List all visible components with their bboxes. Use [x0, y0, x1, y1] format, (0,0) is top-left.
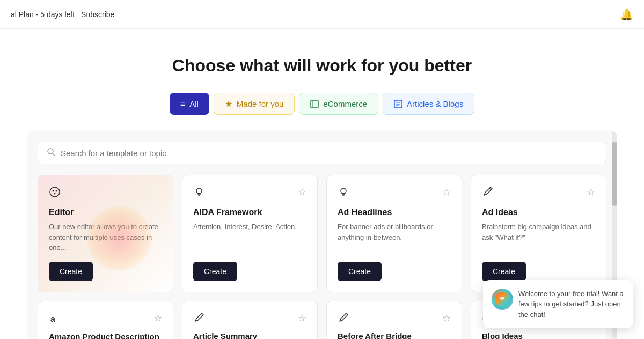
- articles-icon: [394, 99, 402, 109]
- pencil-icon: [482, 186, 494, 201]
- chat-logo: [492, 289, 513, 310]
- tab-articles-label: Articles & Blogs: [407, 99, 463, 108]
- page-title: Choose what will work for you better: [172, 56, 472, 76]
- palette-icon: [49, 186, 61, 201]
- search-bar: [38, 142, 606, 164]
- pencil3-icon: [338, 312, 349, 326]
- list-icon: ≡: [180, 99, 185, 109]
- trial-info: al Plan - 5 days left Subscribe: [11, 10, 114, 19]
- search-input[interactable]: [61, 149, 597, 158]
- svg-point-11: [54, 193, 56, 195]
- card-editor-desc: Our new editor allows you to create cont…: [49, 222, 162, 253]
- card-editor-header: [49, 186, 162, 201]
- card-editor-create-button[interactable]: Create: [49, 262, 93, 281]
- svg-rect-0: [311, 100, 318, 108]
- card-ad-ideas-title: Ad Ideas: [482, 208, 595, 217]
- tab-made-for-you[interactable]: ★ Made for you: [214, 93, 295, 115]
- svg-point-9: [53, 190, 54, 192]
- cards-grid-row1: Editor Our new editor allows you to crea…: [38, 175, 606, 292]
- search-icon: [47, 148, 55, 158]
- card-aida-title: AIDA Framework: [193, 208, 306, 217]
- card-aida-header: ☆: [193, 186, 306, 201]
- tab-articles[interactable]: Articles & Blogs: [383, 93, 474, 115]
- card-article-summary-title: Article Summary: [193, 331, 306, 340]
- svg-text:a: a: [50, 314, 55, 323]
- card-blog-ideas-title: Blog Ideas: [482, 331, 595, 340]
- tab-all[interactable]: ≡ All: [170, 93, 209, 115]
- svg-line-19: [489, 188, 491, 190]
- bell-icon[interactable]: 🔔: [620, 8, 633, 21]
- favorite-star-amazon[interactable]: ☆: [153, 312, 162, 327]
- card-aida-desc: Attention, Interest, Desire, Action.: [193, 222, 306, 253]
- pencil2-icon: [193, 312, 205, 326]
- card-ad-ideas-create-button[interactable]: Create: [482, 262, 526, 281]
- tab-made-for-you-label: Made for you: [237, 99, 284, 108]
- trial-text: al Plan - 5 days left: [11, 10, 75, 19]
- svg-point-12: [196, 188, 202, 194]
- card-ad-headlines: ☆ Ad Headlines For banner ads or billboa…: [326, 175, 462, 292]
- card-aida-create-button[interactable]: Create: [193, 262, 237, 281]
- card-before-after-header: ☆: [338, 312, 451, 326]
- favorite-star-article-summary[interactable]: ☆: [298, 312, 306, 326]
- tab-ecommerce[interactable]: eCommerce: [299, 93, 378, 115]
- chat-message: Welcome to your free trial! Want a few t…: [518, 289, 625, 320]
- card-ad-ideas: ☆ Ad Ideas Brainstorm big campaign ideas…: [471, 175, 606, 292]
- chat-widget[interactable]: Welcome to your free trial! Want a few t…: [483, 280, 633, 329]
- card-ad-headlines-create-button[interactable]: Create: [338, 262, 382, 281]
- svg-point-8: [50, 187, 60, 197]
- card-ad-headlines-title: Ad Headlines: [338, 208, 451, 217]
- subscribe-link[interactable]: Subscribe: [81, 10, 114, 19]
- card-before-after-title: Before After Bridge: [338, 331, 451, 340]
- filter-tabs: ≡ All ★ Made for you eCommerce: [170, 93, 474, 115]
- card-ad-headlines-header: ☆: [338, 186, 451, 201]
- favorite-star-before-after[interactable]: ☆: [442, 312, 451, 326]
- bulb2-icon: [338, 186, 349, 201]
- card-ad-ideas-desc: Brainstorm big campaign ideas and ask "W…: [482, 222, 595, 253]
- svg-point-16: [341, 188, 346, 194]
- chat-widget-header: Welcome to your free trial! Want a few t…: [492, 289, 625, 320]
- card-amazon-header: a ☆: [49, 312, 162, 327]
- card-ad-ideas-header: ☆: [482, 186, 595, 201]
- star-icon: ★: [225, 99, 232, 109]
- favorite-star-icon-ideas[interactable]: ☆: [587, 186, 595, 198]
- card-editor-title: Editor: [49, 208, 162, 217]
- top-bar: al Plan - 5 days left Subscribe 🔔: [0, 0, 644, 29]
- scrollbar-thumb[interactable]: [612, 142, 617, 206]
- card-aida: ☆ AIDA Framework Attention, Interest, De…: [182, 175, 318, 292]
- amazon-icon: a: [49, 312, 61, 327]
- tab-all-label: All: [189, 99, 199, 108]
- card-article-summary: ☆ Article Summary Quickly summarize para…: [182, 301, 318, 340]
- svg-point-10: [56, 190, 57, 192]
- favorite-star-icon-headlines[interactable]: ☆: [442, 186, 451, 198]
- tab-ecommerce-label: eCommerce: [323, 99, 367, 108]
- bulb-icon: [193, 186, 205, 201]
- card-ad-headlines-desc: For banner ads or billboards or anything…: [338, 222, 451, 253]
- svg-line-7: [53, 153, 55, 156]
- favorite-star-icon-aida[interactable]: ☆: [298, 186, 306, 198]
- ecommerce-icon: [310, 99, 319, 109]
- card-amazon-title: Amazon Product Description: [49, 332, 162, 340]
- card-before-after: ☆ Before After Bridge Before After Bridg…: [326, 301, 462, 340]
- card-editor: Editor Our new editor allows you to crea…: [38, 175, 173, 292]
- card-amazon: a ☆ Amazon Product Description Craft a c…: [38, 301, 173, 340]
- card-article-summary-header: ☆: [193, 312, 306, 326]
